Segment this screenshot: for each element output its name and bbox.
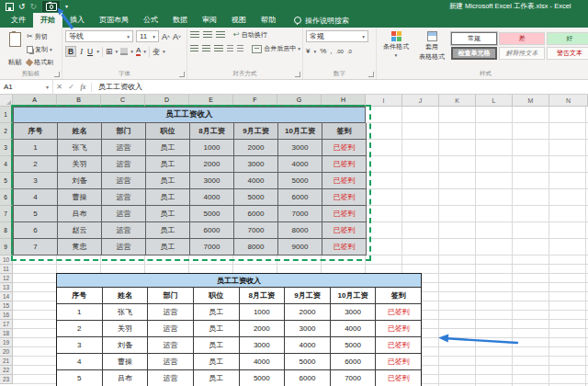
- chevron-down-icon[interactable]: ▾: [115, 49, 118, 54]
- cell[interactable]: 4: [14, 189, 58, 206]
- font-size-select[interactable]: 11▾: [136, 30, 159, 42]
- currency-format-button[interactable]: ¥: [306, 47, 310, 55]
- cell[interactable]: 6000: [190, 222, 234, 239]
- dialog-launcher-icon[interactable]: [54, 72, 60, 77]
- tab-data[interactable]: 数据: [165, 13, 195, 28]
- column-header-A[interactable]: A: [13, 95, 57, 107]
- merge-center-button[interactable]: 合并后居中▾: [252, 44, 300, 53]
- percent-format-button[interactable]: %: [320, 47, 326, 55]
- cell[interactable]: 员工: [146, 173, 190, 189]
- cell[interactable]: 6000: [234, 206, 278, 222]
- phonetic-guide-button[interactable]: 变: [153, 47, 160, 57]
- salary-table[interactable]: 员工工资收入序号姓名部门职位8月工资9月工资10月工资签到1张飞运营员工1000…: [13, 107, 366, 255]
- row-header-23[interactable]: 23: [0, 375, 13, 384]
- cell[interactable]: 已签到: [322, 173, 367, 189]
- tab-insert[interactable]: 插入: [62, 13, 92, 28]
- column-header-K[interactable]: K: [439, 95, 476, 107]
- chevron-down-icon[interactable]: ▾: [96, 49, 99, 54]
- cell[interactable]: 刘备: [58, 173, 102, 189]
- chevron-down-icon[interactable]: ▾: [163, 49, 165, 54]
- row-header-9[interactable]: 9: [0, 239, 13, 255]
- cell[interactable]: 9000: [278, 239, 322, 255]
- fill-color-button[interactable]: [120, 48, 128, 55]
- shrink-font-button[interactable]: A˅: [173, 32, 181, 41]
- chevron-down-icon[interactable]: ▾: [130, 49, 133, 54]
- row-header-19[interactable]: 19: [0, 338, 13, 347]
- row-header-2[interactable]: 2: [0, 123, 13, 140]
- cell[interactable]: 已签到: [322, 239, 367, 255]
- row-header-7[interactable]: 7: [0, 206, 13, 222]
- number-format-select[interactable]: 常规▾: [306, 30, 368, 42]
- formula-input[interactable]: 员工工资收入: [94, 82, 142, 92]
- enter-icon[interactable]: ✓: [65, 83, 77, 91]
- cell[interactable]: 员工: [146, 222, 190, 239]
- tab-file[interactable]: 文件: [4, 13, 33, 28]
- cell[interactable]: 7000: [234, 222, 278, 239]
- cell[interactable]: 1000: [190, 140, 234, 156]
- cell-style-explanatory[interactable]: 解释性文本: [499, 47, 545, 60]
- column-header-C[interactable]: C: [101, 95, 145, 107]
- row-header-6[interactable]: 6: [0, 189, 13, 206]
- decrease-indent-icon[interactable]: [227, 45, 233, 52]
- column-header-N[interactable]: N: [549, 95, 588, 107]
- cell[interactable]: 5000: [190, 206, 234, 222]
- cell[interactable]: 3000: [190, 173, 234, 189]
- save-icon[interactable]: [6, 3, 14, 11]
- cell[interactable]: 员工: [146, 206, 190, 222]
- align-bottom-icon[interactable]: [216, 31, 225, 39]
- column-header-I[interactable]: I: [366, 95, 402, 107]
- row-header-1[interactable]: 1: [0, 107, 13, 123]
- grow-font-button[interactable]: A˄: [162, 32, 170, 41]
- cell[interactable]: 1: [14, 140, 58, 156]
- column-header-B[interactable]: B: [57, 95, 101, 107]
- cell[interactable]: 已签到: [322, 156, 367, 173]
- tab-home[interactable]: 开始: [33, 13, 62, 28]
- row-header-3[interactable]: 3: [0, 140, 13, 156]
- cell[interactable]: 2000: [234, 140, 278, 156]
- row-header-8[interactable]: 8: [0, 222, 13, 239]
- row-header-4[interactable]: 4: [0, 156, 13, 173]
- name-box[interactable]: A1 ▾: [0, 80, 53, 94]
- cell[interactable]: 张飞: [58, 140, 102, 156]
- row-header-11[interactable]: 11: [0, 265, 13, 274]
- cut-button[interactable]: ✂剪切: [27, 32, 53, 41]
- row-header-20[interactable]: 20: [0, 347, 13, 357]
- cell[interactable]: 员工: [146, 239, 190, 255]
- column-header-E[interactable]: E: [189, 95, 233, 107]
- cell[interactable]: 4000: [190, 189, 234, 206]
- cell-style-good[interactable]: 好: [547, 32, 588, 45]
- align-center-icon[interactable]: [202, 45, 210, 52]
- cell[interactable]: 吕布: [58, 206, 102, 222]
- cell[interactable]: 运营: [102, 156, 146, 173]
- pasted-picture-table[interactable]: 员工工资收入序号姓名部门职位8月工资9月工资10月工资签到1张飞运营员工1000…: [56, 273, 422, 386]
- camera-screenshot-button[interactable]: [41, 0, 61, 13]
- underline-button[interactable]: U: [86, 47, 94, 56]
- cell[interactable]: 2: [14, 156, 58, 173]
- header-cell[interactable]: 职位: [146, 123, 190, 140]
- cancel-icon[interactable]: ✕: [53, 83, 65, 91]
- cell[interactable]: 已签到: [322, 189, 367, 206]
- cell[interactable]: 员工: [146, 189, 190, 206]
- paste-button[interactable]: 粘贴: [3, 30, 27, 69]
- header-cell[interactable]: 序号: [14, 123, 58, 140]
- increase-indent-icon[interactable]: [237, 45, 243, 52]
- cell[interactable]: 4000: [278, 156, 322, 173]
- cell[interactable]: 运营: [102, 222, 146, 239]
- cell-style-normal[interactable]: 常规: [451, 32, 497, 45]
- header-cell[interactable]: 8月工资: [190, 123, 234, 140]
- cell[interactable]: 已签到: [322, 222, 367, 239]
- chevron-down-icon[interactable]: ▾: [143, 49, 146, 54]
- align-left-icon[interactable]: [190, 45, 198, 52]
- align-right-icon[interactable]: [214, 45, 222, 52]
- redo-icon[interactable]: ↻: [30, 2, 38, 11]
- italic-button[interactable]: I: [79, 47, 84, 56]
- cell-style-check[interactable]: 检查单元格: [451, 47, 497, 60]
- cell[interactable]: 5: [14, 206, 58, 222]
- tab-view[interactable]: 视图: [224, 13, 254, 28]
- cell[interactable]: 3000: [278, 140, 322, 156]
- tab-review[interactable]: 审阅: [195, 13, 224, 28]
- column-header-G[interactable]: G: [277, 95, 322, 107]
- cell[interactable]: 2000: [190, 156, 234, 173]
- tell-me-search[interactable]: 操作说明搜索: [294, 13, 349, 28]
- cell[interactable]: 4000: [234, 173, 278, 189]
